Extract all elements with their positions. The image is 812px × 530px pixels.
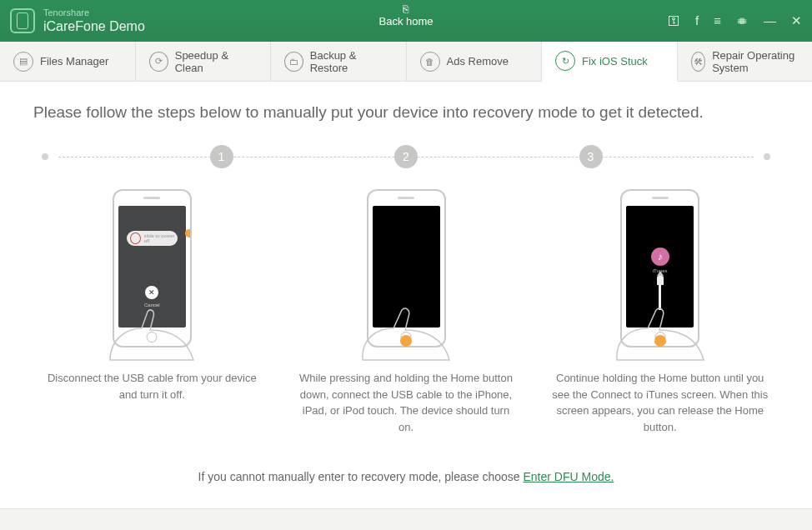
step-indicator: 1 2 3 xyxy=(42,145,770,168)
hand-icon xyxy=(356,310,456,360)
key-icon[interactable]: ⚿ xyxy=(668,13,680,28)
stepper-start-dot xyxy=(42,153,48,160)
itunes-icon: ♪ xyxy=(651,248,669,266)
minimize-icon[interactable]: — xyxy=(764,13,776,28)
footer-hint: If you cannot manually enter to recovery… xyxy=(33,455,779,498)
stepper-end-dot xyxy=(764,153,770,160)
app-logo: Tenorshare iCareFone Demo xyxy=(10,8,145,34)
tab-fix-ios-stuck[interactable]: ↻ Fix iOS Stuck xyxy=(542,42,678,82)
tab-speedup-clean[interactable]: ⟳ Speedup & Clean xyxy=(136,42,272,81)
cancel-label: Cancel xyxy=(118,302,186,308)
power-button-touch-icon xyxy=(185,229,192,238)
backup-icon: 🗀 xyxy=(284,52,303,72)
step-3-text: Continue holding the Home button until y… xyxy=(552,370,769,435)
page-heading: Please follow the steps below to manuall… xyxy=(33,103,779,122)
menu-icon[interactable]: ≡ xyxy=(714,13,721,28)
tab-bar: ▤ Files Manager ⟳ Speedup & Clean 🗀 Back… xyxy=(0,42,812,82)
step-number-1: 1 xyxy=(210,145,233,168)
cart-icon[interactable]: ⩩ xyxy=(736,13,749,28)
step-1-illustration: slide to power off ✕ Cancel xyxy=(113,185,192,352)
step-1: slide to power off ✕ Cancel Disconnect t… xyxy=(33,185,271,435)
step-2-illustration xyxy=(367,185,446,352)
back-home-label: Back home xyxy=(378,15,433,28)
footer-text: If you cannot manually enter to recovery… xyxy=(198,470,524,483)
slide-to-power-off: slide to power off xyxy=(127,231,178,246)
tab-files-manager[interactable]: ▤ Files Manager xyxy=(0,42,136,81)
steps-row: slide to power off ✕ Cancel Disconnect t… xyxy=(33,185,779,435)
tab-label: Speedup & Clean xyxy=(175,49,257,74)
tab-label: Backup & Restore xyxy=(310,49,393,74)
tab-label: Ads Remove xyxy=(447,55,509,68)
step-number-3: 3 xyxy=(579,145,603,168)
close-icon[interactable]: ✕ xyxy=(791,13,802,28)
step-2-text: While pressing and holding the Home butt… xyxy=(298,370,514,435)
step-3: ♪ iTunes Continue holding the Home butto… xyxy=(541,185,779,435)
step-2: While pressing and holding the Home butt… xyxy=(288,185,525,435)
tab-backup-restore[interactable]: 🗀 Backup & Restore xyxy=(271,42,407,81)
back-home-button[interactable]: ⎘ Back home xyxy=(378,3,433,28)
files-icon: ▤ xyxy=(13,52,33,72)
window-controls: ⚿ f ≡ ⩩ — ✕ xyxy=(668,13,802,28)
fix-icon: ↻ xyxy=(555,51,575,71)
status-bar xyxy=(0,508,812,530)
hand-icon xyxy=(102,310,202,360)
hand-icon xyxy=(610,310,710,360)
brand-name: Tenorshare xyxy=(43,8,145,18)
tab-label: Repair Operating System xyxy=(712,49,799,74)
logo-text: Tenorshare iCareFone Demo xyxy=(43,8,145,34)
content-area: Please follow the steps below to manuall… xyxy=(0,82,812,508)
repair-icon: 🛠 xyxy=(691,52,706,72)
phone-logo-icon xyxy=(10,8,35,33)
back-home-icon: ⎘ xyxy=(378,3,433,15)
enter-dfu-mode-link[interactable]: Enter DFU Mode. xyxy=(523,470,614,483)
tab-label: Files Manager xyxy=(40,55,108,68)
ads-icon: 🗑 xyxy=(420,52,440,72)
tab-ads-remove[interactable]: 🗑 Ads Remove xyxy=(407,42,543,81)
cancel-x-icon: ✕ xyxy=(145,286,158,299)
product-title: iCareFone Demo xyxy=(43,18,145,34)
usb-cable-icon xyxy=(657,276,664,309)
facebook-icon[interactable]: f xyxy=(695,13,699,28)
tab-label: Fix iOS Stuck xyxy=(582,55,648,68)
tab-repair-os[interactable]: 🛠 Repair Operating System xyxy=(678,42,813,81)
speedup-icon: ⟳ xyxy=(149,52,168,72)
step-1-text: Disconnect the USB cable from your devic… xyxy=(43,370,260,402)
step-number-2: 2 xyxy=(394,145,418,168)
app-header: Tenorshare iCareFone Demo ⎘ Back home ⚿ … xyxy=(0,0,812,42)
step-3-illustration: ♪ iTunes xyxy=(620,185,699,352)
